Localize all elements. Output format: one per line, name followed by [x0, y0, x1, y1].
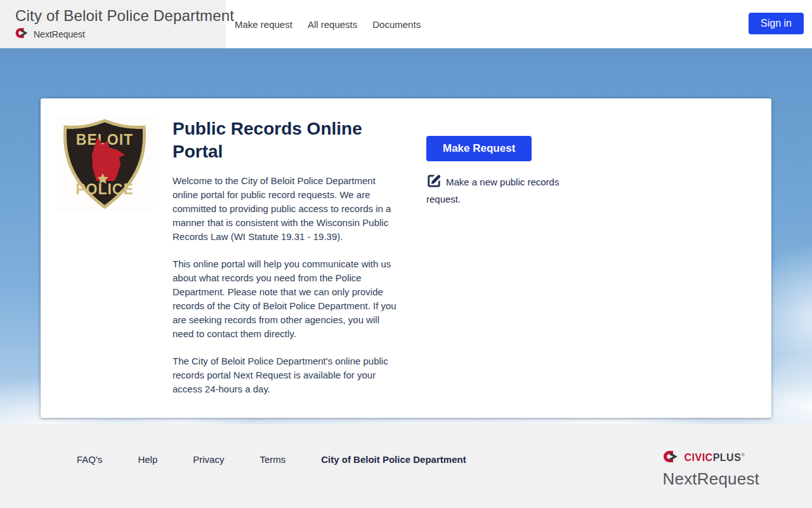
footer-link-privacy[interactable]: Privacy [193, 454, 224, 465]
hero-background: BELOIT POLICE Public Records Online Port… [0, 48, 812, 424]
portal-card: BELOIT POLICE Public Records Online Port… [41, 98, 771, 418]
footer-link-terms[interactable]: Terms [259, 454, 285, 465]
edit-pencil-icon [426, 180, 442, 190]
police-shield-graphic: BELOIT POLICE [56, 116, 153, 212]
nav-documents[interactable]: Documents [372, 15, 421, 34]
sign-in-button[interactable]: Sign in [749, 13, 804, 34]
badge-bottom-text: POLICE [75, 181, 134, 197]
beloit-police-badge-image: BELOIT POLICE [56, 116, 153, 212]
portal-intro-column: Public Records Online Portal Welcome to … [173, 115, 402, 396]
intro-paragraph-3: The City of Beloit Police Department's o… [173, 354, 402, 396]
nav-all-requests[interactable]: All requests [308, 15, 357, 34]
civicplus-footer-brand[interactable]: CIVICPLUS® NextRequest [663, 451, 760, 489]
agency-brand-block: City of Beloit Police Department NextReq… [0, 0, 226, 48]
make-request-button[interactable]: Make Request [426, 136, 532, 161]
nextrequest-brand[interactable]: NextRequest [15, 28, 216, 41]
main-nav: Make request All requests Documents [226, 0, 421, 48]
footer-link-faqs[interactable]: FAQ's [77, 454, 102, 465]
intro-paragraph-2: This online portal will help you communi… [173, 257, 402, 341]
footer-link-help[interactable]: Help [138, 454, 157, 465]
intro-paragraph-1: Welcome to the City of Beloit Police Dep… [173, 174, 402, 244]
civicplus-cp-icon-footer [663, 451, 679, 465]
nextrequest-brand-label: NextRequest [34, 29, 85, 39]
agency-title: City of Beloit Police Department [15, 7, 216, 25]
civicplus-cp-icon [15, 28, 29, 41]
top-header: City of Beloit Police Department NextReq… [0, 0, 812, 48]
page-title: Public Records Online Portal [173, 117, 402, 163]
page-footer: FAQ's Help Privacy Terms City of Beloit … [0, 424, 812, 508]
make-request-hint: Make a new public records request. [426, 173, 565, 206]
nav-make-request[interactable]: Make request [235, 15, 292, 34]
footer-links: FAQ's Help Privacy Terms City of Beloit … [77, 451, 466, 465]
make-request-hint-text: Make a new public records request. [426, 177, 559, 204]
civicplus-wordmark: CIVICPLUS® [684, 452, 745, 464]
request-action-column: Make Request Make a new public records r… [426, 115, 565, 206]
footer-link-agency[interactable]: City of Beloit Police Department [321, 454, 466, 465]
nextrequest-footer-logo: NextRequest [663, 469, 760, 489]
